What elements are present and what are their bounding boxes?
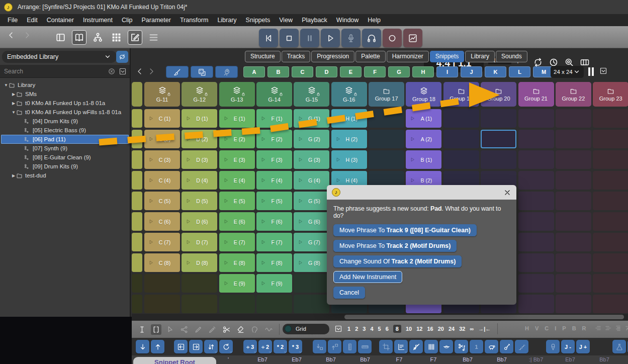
play-button[interactable]	[321, 29, 340, 47]
empty-cell[interactable]	[556, 274, 591, 293]
matrix-view-icon[interactable]	[109, 30, 124, 45]
snippet-cell[interactable]: F (3)	[256, 150, 292, 169]
audition-tool[interactable]	[249, 324, 260, 335]
tree-item[interactable]: ▶t0 KMo All Funked Up s1-8 01a	[1, 99, 129, 108]
cut-phrase-button[interactable]	[455, 340, 468, 353]
toggle-b[interactable]: B	[572, 325, 576, 331]
one-button[interactable]: 1	[470, 340, 483, 353]
snippet-cell[interactable]: H (2)	[331, 130, 367, 148]
empty-cell[interactable]	[518, 192, 554, 210]
expander-closed-icon[interactable]: ▶	[11, 92, 16, 97]
close-icon[interactable]	[503, 189, 511, 197]
empty-cell[interactable]	[443, 130, 479, 148]
empty-cell[interactable]	[556, 192, 591, 210]
stop-button[interactable]	[280, 29, 299, 47]
tree-item[interactable]: [07] Synth (9)	[1, 144, 129, 153]
snippet-cell[interactable]: E (9)	[219, 274, 255, 293]
change-sound-track2-button[interactable]: Change Sound Of Track 2 (Motif Drums)	[333, 255, 462, 267]
multi-pencil-tool[interactable]	[207, 324, 218, 335]
snippet-cell[interactable]: E (5)	[219, 192, 255, 210]
snippet-back-button[interactable]	[136, 67, 144, 75]
snippet-cell[interactable]: C (4)	[144, 171, 180, 190]
snippet-cell[interactable]: G (8)	[294, 253, 329, 272]
snippet-cell[interactable]: F (9)	[256, 274, 292, 293]
empty-cell[interactable]	[556, 233, 591, 251]
snippet-cell[interactable]: F (6)	[256, 212, 292, 231]
snippet-cell[interactable]: G (4)	[294, 171, 329, 190]
monitor-button[interactable]	[362, 29, 381, 47]
empty-cell[interactable]	[518, 150, 554, 169]
tab-snippets[interactable]: Snippets	[430, 51, 465, 62]
tab-tracks[interactable]: Tracks	[282, 51, 311, 62]
meter-button[interactable]	[403, 29, 422, 47]
snippet-cell[interactable]: G (6)	[294, 212, 329, 231]
tree-item[interactable]: ▼t0 KMo All Funked Up wFills s1-8 01a	[1, 108, 129, 117]
crop-button[interactable]	[379, 340, 393, 353]
snippet-cell[interactable]: E (7)	[219, 233, 255, 251]
snippet-cell[interactable]: D (2)	[182, 130, 217, 148]
empty-cell[interactable]	[593, 274, 628, 293]
multiply-3-button[interactable]: * 3	[289, 340, 302, 353]
quantize-20[interactable]: 20	[438, 326, 444, 332]
add-new-instrument-button[interactable]: Add New Instrument	[333, 271, 402, 283]
merge-down-button[interactable]	[313, 340, 326, 353]
quantize-5[interactable]: 5	[378, 326, 381, 332]
menu-window[interactable]: Window	[332, 14, 363, 26]
group-header[interactable]: G-12	[182, 82, 217, 107]
ruler-vertical-button[interactable]	[343, 340, 356, 353]
empty-cell[interactable]	[518, 212, 554, 231]
snippet-cell[interactable]: A (1)	[406, 109, 441, 128]
snippet-cell[interactable]: F (5)	[256, 192, 292, 210]
letter-e-button[interactable]: E	[340, 66, 362, 77]
launch-button[interactable]	[215, 66, 238, 78]
quantize-2[interactable]: 2	[355, 326, 358, 332]
group-header[interactable]: G-14	[256, 82, 292, 107]
snippet-cell[interactable]: H (3)	[331, 150, 367, 169]
nudge-left-button[interactable]	[174, 340, 188, 353]
letter-k-button[interactable]: K	[485, 66, 506, 77]
bars-button[interactable]	[424, 340, 438, 353]
menu-parameter[interactable]: Parameter	[137, 14, 175, 26]
snippet-cell[interactable]	[132, 192, 142, 210]
align-2-icon[interactable]	[604, 324, 612, 332]
snippet-pause-button[interactable]	[588, 67, 594, 76]
snippet-cell[interactable]: C (5)	[144, 192, 180, 210]
smile-button[interactable]	[439, 340, 453, 353]
empty-cell[interactable]	[518, 109, 554, 128]
snippet-cell[interactable]: G (5)	[294, 192, 329, 210]
quantize-→|←[interactable]: →|←	[478, 326, 491, 332]
stairs-button[interactable]	[515, 340, 528, 353]
expander-open-icon[interactable]: ▼	[4, 83, 9, 87]
quantize-3[interactable]: 3	[363, 326, 366, 332]
group-header[interactable]: Group 20	[481, 82, 516, 107]
structure-view-icon[interactable]	[91, 30, 105, 45]
snippet-cell[interactable]: F (1)	[256, 109, 292, 128]
empty-cell[interactable]	[369, 130, 404, 148]
group-header[interactable]: G-16	[331, 82, 367, 107]
letter-j-button[interactable]: J	[461, 66, 482, 77]
empty-cell[interactable]	[443, 150, 479, 169]
quantize-6[interactable]: 6	[386, 326, 389, 332]
grid-mode-dropdown[interactable]: Grid	[283, 324, 329, 334]
group-header[interactable]: Group 22	[556, 82, 591, 107]
empty-cell[interactable]	[443, 109, 479, 128]
group-header[interactable]: G-13	[219, 82, 255, 107]
snippet-cell[interactable]: F (2)	[256, 130, 292, 148]
record-audio-button[interactable]	[341, 29, 361, 47]
flask-button[interactable]	[612, 340, 626, 353]
letter-h-button[interactable]: H	[412, 66, 434, 77]
editor-view-icon[interactable]	[128, 30, 142, 45]
snippet-cell[interactable]: F (8)	[256, 253, 292, 272]
empty-cell[interactable]	[593, 233, 628, 251]
empty-cell[interactable]	[518, 274, 554, 293]
empty-cell[interactable]	[556, 295, 591, 313]
toggle-h[interactable]: H	[525, 325, 529, 331]
pointer-tool[interactable]	[165, 324, 175, 335]
menu-transform[interactable]: Transform	[175, 14, 213, 26]
multiply-2-button[interactable]: * 2	[274, 340, 287, 353]
menu-container[interactable]: Container	[42, 14, 78, 26]
tab-sounds[interactable]: Sounds	[496, 51, 527, 62]
snippet-cell[interactable]	[132, 233, 142, 251]
tab-progression[interactable]: Progression	[311, 51, 354, 62]
tab-structure[interactable]: Structure	[245, 51, 281, 62]
